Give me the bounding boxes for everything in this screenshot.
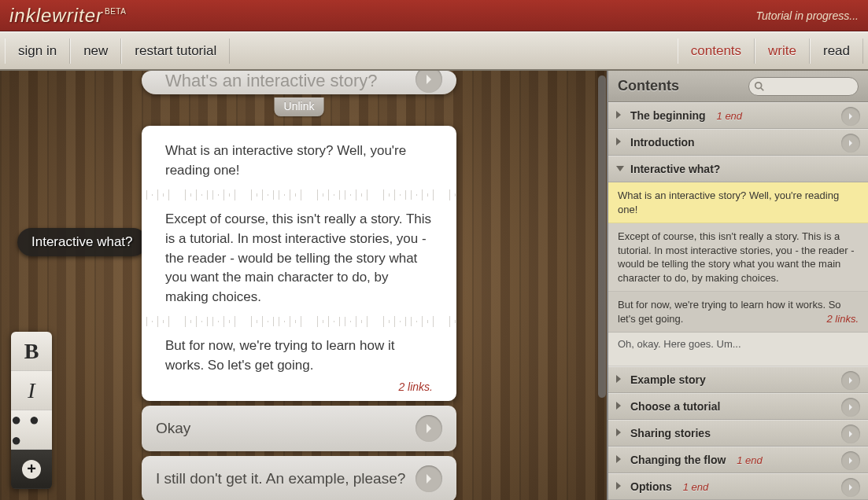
arrow-right-icon[interactable] bbox=[416, 415, 442, 442]
toc-item-interactive-what[interactable]: Interactive what? bbox=[608, 156, 868, 182]
disclosure-icon bbox=[616, 166, 624, 171]
toc-paragraph-row[interactable]: Oh, okay. Here goes. Um... bbox=[608, 333, 868, 366]
plus-icon: + bbox=[22, 460, 41, 479]
toc-label: Introduction bbox=[630, 136, 695, 149]
top-bar: inklewriterBETA Tutorial in progress... bbox=[0, 0, 868, 31]
arrow-right-icon[interactable] bbox=[841, 371, 860, 390]
toc-label: Example story bbox=[630, 373, 706, 386]
links-count: 2 links. bbox=[165, 381, 433, 393]
story-paper[interactable]: What is an interactive story? Well, you'… bbox=[142, 126, 456, 401]
toc-item-changing-flow[interactable]: Changing the flow 1 end bbox=[608, 447, 868, 473]
toc-label: Options bbox=[630, 480, 672, 493]
end-badge: 1 end bbox=[717, 110, 743, 122]
tear-divider bbox=[142, 189, 456, 200]
scroll-thumb[interactable] bbox=[598, 75, 606, 398]
end-badge: 1 end bbox=[737, 454, 763, 466]
disclosure-icon bbox=[616, 111, 621, 119]
add-button[interactable]: + bbox=[11, 450, 52, 489]
tear-divider bbox=[142, 316, 456, 327]
contents-tab[interactable]: contents bbox=[678, 39, 755, 64]
toc-row-text: But for now, we're trying to learn how i… bbox=[618, 299, 841, 325]
section-tag[interactable]: Interactive what? bbox=[17, 228, 147, 256]
toc-label: Changing the flow bbox=[630, 454, 726, 466]
signin-button[interactable]: sign in bbox=[5, 39, 70, 64]
story-option[interactable]: Okay bbox=[142, 406, 456, 451]
arrow-right-icon[interactable] bbox=[416, 465, 442, 492]
toc-item-sharing-stories[interactable]: Sharing stories bbox=[608, 420, 868, 447]
write-tab[interactable]: write bbox=[755, 39, 810, 64]
tutorial-status: Tutorial in progress... bbox=[756, 9, 859, 22]
links-count: 2 links. bbox=[827, 312, 859, 326]
disclosure-icon bbox=[616, 455, 621, 463]
italic-button[interactable]: I bbox=[11, 371, 52, 410]
paragraph[interactable]: Except of course, this isn't really a st… bbox=[165, 210, 433, 307]
contents-sidebar: Contents The beginning 1 end Introductio… bbox=[607, 71, 868, 500]
restart-tutorial-button[interactable]: restart tutorial bbox=[121, 39, 230, 64]
story-canvas[interactable]: Interactive what? What's an interactive … bbox=[0, 71, 607, 500]
search-icon bbox=[754, 81, 765, 92]
format-toolbar: B I ● ● ● + bbox=[11, 332, 52, 489]
disclosure-icon bbox=[616, 482, 621, 490]
toc-expanded-body: What is an interactive story? Well, you'… bbox=[608, 182, 868, 366]
svg-point-0 bbox=[755, 82, 762, 88]
toc-paragraph-row[interactable]: But for now, we're trying to learn how i… bbox=[608, 292, 868, 333]
search-input[interactable] bbox=[748, 77, 859, 96]
previous-card-peek[interactable]: What's an interactive story? bbox=[142, 71, 456, 94]
paragraph[interactable]: What is an interactive story? Well, you'… bbox=[165, 142, 433, 180]
toc-label: Sharing stories bbox=[630, 427, 711, 439]
canvas-scrollbar[interactable] bbox=[597, 71, 607, 500]
toc-paragraph-row[interactable]: Except of course, this isn't really a st… bbox=[608, 223, 868, 292]
toc-label: The beginning bbox=[630, 109, 706, 122]
toc-item-options[interactable]: Options 1 end bbox=[608, 473, 868, 500]
read-tab[interactable]: read bbox=[810, 39, 863, 64]
bold-button[interactable]: B bbox=[11, 332, 52, 371]
toc-item-choose-tutorial[interactable]: Choose a tutorial bbox=[608, 393, 868, 420]
more-format-button[interactable]: ● ● ● bbox=[11, 410, 52, 450]
arrow-right-icon[interactable] bbox=[416, 71, 442, 93]
toc-paragraph-row[interactable]: What is an interactive story? Well, you'… bbox=[608, 182, 868, 223]
workspace: Interactive what? What's an interactive … bbox=[0, 71, 868, 500]
arrow-right-icon[interactable] bbox=[841, 107, 860, 126]
peek-text: What's an interactive story? bbox=[165, 71, 378, 90]
end-badge: 1 end bbox=[683, 481, 709, 493]
unlink-button[interactable]: Unlink bbox=[275, 97, 324, 116]
search-wrap bbox=[748, 77, 859, 96]
arrow-right-icon[interactable] bbox=[841, 425, 860, 443]
paragraph[interactable]: But for now, we're trying to learn how i… bbox=[165, 336, 433, 375]
story-card: What's an interactive story? Unlink What… bbox=[142, 71, 456, 500]
toc-label: Choose a tutorial bbox=[630, 400, 720, 413]
arrow-right-icon[interactable] bbox=[841, 134, 860, 153]
logo-text: inklewriter bbox=[9, 5, 103, 26]
disclosure-icon bbox=[616, 402, 621, 410]
option-label: I still don't get it. An example, please… bbox=[156, 470, 416, 487]
contents-list[interactable]: The beginning 1 end Introduction Interac… bbox=[608, 102, 868, 500]
arrow-right-icon[interactable] bbox=[841, 478, 860, 497]
sidebar-title: Contents bbox=[618, 78, 741, 94]
logo-beta: BETA bbox=[105, 7, 126, 16]
toc-label: Interactive what? bbox=[630, 163, 720, 175]
sidebar-header: Contents bbox=[608, 71, 868, 102]
toc-item-example-story[interactable]: Example story bbox=[608, 366, 868, 393]
new-button[interactable]: new bbox=[70, 39, 121, 64]
logo: inklewriterBETA bbox=[9, 5, 124, 27]
menu-bar: sign in new restart tutorial contents wr… bbox=[0, 31, 868, 71]
story-option[interactable]: I still don't get it. An example, please… bbox=[142, 456, 456, 500]
disclosure-icon bbox=[616, 138, 621, 145]
option-label: Okay bbox=[156, 420, 416, 437]
arrow-right-icon[interactable] bbox=[841, 451, 860, 470]
arrow-right-icon[interactable] bbox=[841, 398, 860, 417]
disclosure-icon bbox=[616, 375, 621, 383]
disclosure-icon bbox=[616, 428, 621, 436]
toc-item-beginning[interactable]: The beginning 1 end bbox=[608, 102, 868, 129]
toc-item-introduction[interactable]: Introduction bbox=[608, 129, 868, 156]
svg-line-1 bbox=[761, 87, 764, 90]
